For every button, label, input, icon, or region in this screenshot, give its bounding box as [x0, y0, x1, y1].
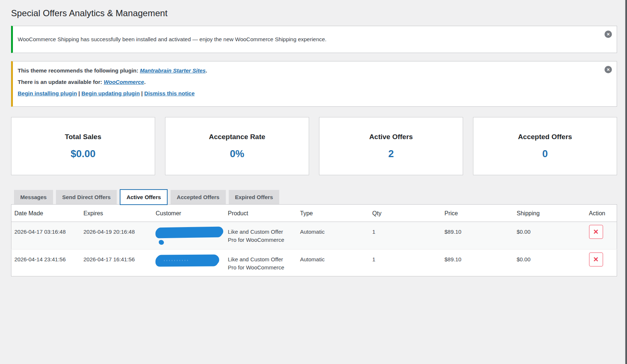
product-name: Like and Custom Offer Pro for WooCommerc… — [228, 228, 291, 244]
close-icon: ✕ — [605, 31, 612, 38]
stat-label: Accepted Offers — [518, 133, 572, 141]
customer-redaction-blob — [159, 240, 164, 245]
column-header-date-made: Date Made — [11, 205, 84, 222]
delete-offer-button[interactable]: ✕ — [589, 252, 603, 266]
offers-tabs: Messages Send Direct Offers Active Offer… — [14, 189, 617, 204]
customer-redaction-scribble — [155, 255, 218, 266]
stat-card-active-offers: Active Offers 2 — [319, 117, 463, 175]
recommend-plugin-prefix: This theme recommends the following plug… — [18, 67, 140, 74]
mantrabrain-starter-sites-link[interactable]: Mantrabrain Starter Sites — [140, 67, 206, 74]
stat-label: Total Sales — [65, 133, 101, 141]
dismiss-warning-notice-button[interactable]: ✕ — [604, 65, 613, 74]
separator: | — [78, 90, 80, 96]
tab-expired-offers[interactable]: Expired Offers — [229, 190, 279, 204]
begin-updating-plugin-link[interactable]: Begin updating plugin — [81, 90, 140, 96]
page-title: Special Offers Analytics & Management — [11, 8, 617, 18]
tab-accepted-offers[interactable]: Accepted Offers — [171, 190, 226, 204]
table-row: 2026-04-14 23:41:56 2026-04-17 16:41:56 … — [11, 250, 617, 276]
tab-active-offers[interactable]: Active Offers — [120, 189, 167, 205]
qty-cell: 1 — [372, 222, 445, 250]
begin-installing-plugin-link[interactable]: Begin installing plugin — [18, 90, 77, 96]
recommend-plugin-line: This theme recommends the following plug… — [18, 67, 591, 74]
column-header-action: Action — [589, 205, 617, 222]
update-available-line: There is an update available for: WooCom… — [18, 79, 591, 85]
recommend-plugin-suffix: . — [206, 67, 207, 74]
customer-cell — [156, 250, 228, 276]
stat-card-acceptance-rate: Acceptance Rate 0% — [165, 117, 309, 175]
active-offers-table: Date Made Expires Customer Product Type … — [11, 204, 617, 276]
close-icon: ✕ — [605, 66, 612, 73]
product-name: Like and Custom Offer Pro for WooCommerc… — [228, 255, 291, 272]
expires-cell: 2026-04-17 16:41:56 — [84, 250, 156, 276]
date-made-cell: 2026-04-14 23:41:56 — [11, 250, 84, 276]
product-cell: Like and Custom Offer Pro for WooCommerc… — [228, 222, 300, 250]
product-cell: Like and Custom Offer Pro for WooCommerc… — [228, 250, 300, 276]
woocommerce-update-link[interactable]: WooCommerce — [104, 79, 144, 85]
notice-actions-line: Begin installing plugin|Begin updating p… — [18, 90, 591, 97]
update-available-suffix: . — [144, 79, 146, 85]
column-header-qty: Qty — [372, 205, 445, 222]
tab-messages[interactable]: Messages — [14, 190, 53, 204]
window-scrollbar[interactable] — [625, 0, 627, 364]
type-cell: Automatic — [300, 222, 372, 250]
table-row: 2026-04-17 03:16:48 2026-04-19 20:16:48 … — [11, 222, 617, 250]
action-cell: ✕ — [589, 222, 617, 250]
stat-value: $0.00 — [71, 148, 96, 160]
stat-value: 0 — [542, 148, 548, 160]
date-made-cell: 2026-04-17 03:16:48 — [11, 222, 84, 250]
dismiss-success-notice-button[interactable]: ✕ — [604, 30, 613, 39]
column-header-product: Product — [228, 205, 300, 222]
separator: | — [141, 90, 143, 96]
shipping-cell: $0.00 — [517, 250, 589, 276]
stats-row: Total Sales $0.00 Acceptance Rate 0% Act… — [11, 117, 617, 175]
notice-success: WooCommerce Shipping has successfully be… — [11, 26, 617, 53]
table-header-row: Date Made Expires Customer Product Type … — [11, 205, 617, 222]
stat-value: 0% — [230, 148, 244, 160]
column-header-expires: Expires — [84, 205, 156, 222]
column-header-type: Type — [300, 205, 372, 222]
stat-value: 2 — [388, 148, 394, 160]
notice-success-message: WooCommerce Shipping has successfully be… — [18, 36, 326, 42]
update-available-prefix: There is an update available for: — [18, 79, 104, 85]
price-cell: $89.10 — [445, 250, 517, 276]
customer-cell — [156, 222, 228, 250]
column-header-customer: Customer — [156, 205, 228, 222]
customer-redaction-scribble — [155, 227, 222, 238]
stat-label: Active Offers — [369, 133, 413, 141]
tab-send-direct-offers[interactable]: Send Direct Offers — [56, 190, 117, 204]
type-cell: Automatic — [300, 250, 372, 276]
dismiss-this-notice-link[interactable]: Dismiss this notice — [144, 90, 195, 96]
column-header-price: Price — [445, 205, 517, 222]
admin-content: Special Offers Analytics & Management Wo… — [0, 8, 627, 276]
expires-cell: 2026-04-19 20:16:48 — [84, 222, 156, 250]
delete-offer-button[interactable]: ✕ — [589, 225, 603, 239]
column-header-shipping: Shipping — [517, 205, 589, 222]
stat-card-total-sales: Total Sales $0.00 — [11, 117, 155, 175]
shipping-cell: $0.00 — [517, 222, 589, 250]
qty-cell: 1 — [372, 250, 445, 276]
stat-label: Acceptance Rate — [209, 133, 265, 141]
stat-card-accepted-offers: Accepted Offers 0 — [473, 117, 617, 175]
notice-warning: This theme recommends the following plug… — [11, 61, 617, 107]
price-cell: $89.10 — [445, 222, 517, 250]
action-cell: ✕ — [589, 250, 617, 276]
